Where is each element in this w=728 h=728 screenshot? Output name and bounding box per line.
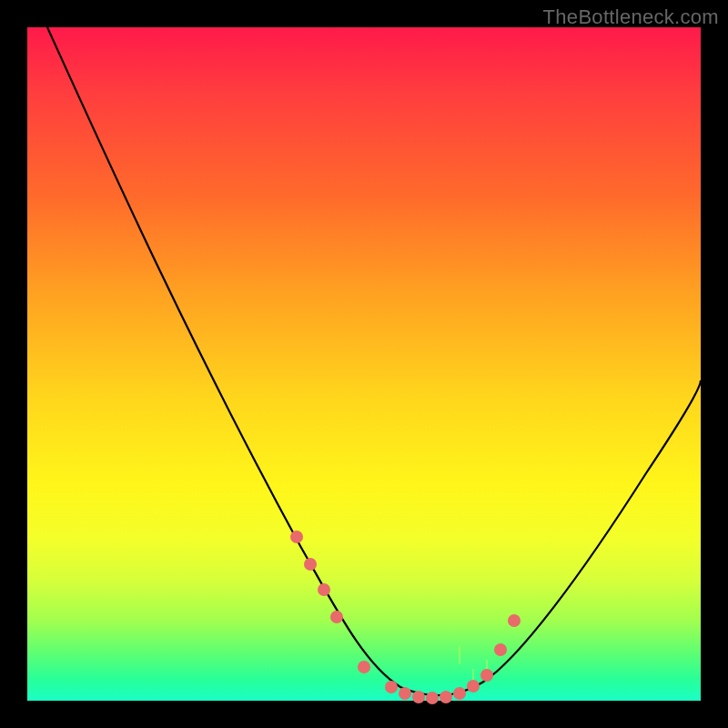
plot-area <box>27 27 701 701</box>
svg-point-11 <box>426 692 439 704</box>
svg-point-7 <box>358 661 370 673</box>
svg-point-10 <box>412 691 425 703</box>
chart-frame: TheBottleneck.com <box>0 0 728 728</box>
highlight-dots <box>290 531 521 704</box>
svg-point-12 <box>440 691 452 703</box>
chart-svg <box>27 27 701 701</box>
svg-point-3 <box>290 531 303 543</box>
svg-point-4 <box>304 558 317 571</box>
bottleneck-curve <box>47 27 701 695</box>
svg-point-13 <box>453 687 466 700</box>
svg-point-9 <box>399 687 411 700</box>
watermark-text: TheBottleneck.com <box>543 5 719 29</box>
svg-point-8 <box>385 681 398 693</box>
svg-point-6 <box>330 611 343 623</box>
svg-point-15 <box>480 669 493 682</box>
svg-point-17 <box>508 614 521 627</box>
svg-point-16 <box>494 643 507 656</box>
svg-point-14 <box>467 680 480 693</box>
svg-point-5 <box>318 583 330 596</box>
